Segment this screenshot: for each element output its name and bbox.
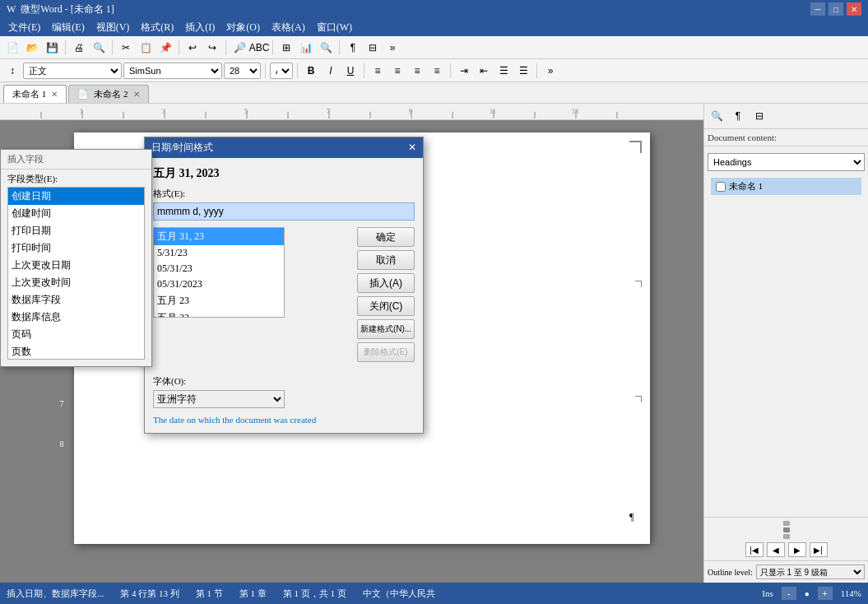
menu-object[interactable]: 对象(O): [221, 19, 265, 36]
zoom-in-btn[interactable]: +: [818, 587, 833, 600]
date-item-2[interactable]: 05/31/23: [154, 261, 284, 276]
tab-1-close[interactable]: ✕: [51, 90, 58, 99]
redo-button[interactable]: ↪: [203, 39, 221, 57]
rp-nav-btn[interactable]: ⊟: [750, 107, 768, 125]
date-item-1[interactable]: 5/31/23: [154, 245, 284, 261]
align-right-btn[interactable]: ≡: [408, 62, 426, 80]
date-item-5[interactable]: 五月 23: [154, 309, 284, 318]
outline-select[interactable]: 只显示 1 至 9 级箱: [756, 565, 865, 579]
pilcrow-btn[interactable]: ¶: [344, 39, 362, 57]
confirm-button[interactable]: 确定: [357, 227, 415, 247]
save-button[interactable]: 💾: [43, 39, 61, 57]
more-btn[interactable]: »: [383, 39, 402, 57]
field-item-7[interactable]: 数据库信息: [8, 309, 144, 326]
style-arrow-btn[interactable]: ↕: [3, 62, 21, 80]
nav-prev-btn[interactable]: ◀: [767, 542, 785, 557]
spell-button[interactable]: ABC: [250, 39, 268, 57]
paste-button[interactable]: 📌: [156, 39, 174, 57]
rp-search-btn[interactable]: 🔍: [708, 107, 726, 125]
tab-2[interactable]: 📄 未命名 2 ✕: [68, 85, 148, 103]
menu-format[interactable]: 格式(R): [136, 19, 179, 36]
field-item-0[interactable]: 创建日期: [8, 188, 144, 205]
date-list[interactable]: 五月 31, 23 5/31/23 05/31/23 05/31/2023 五月…: [153, 227, 285, 318]
undo-button[interactable]: ↩: [183, 39, 202, 57]
rp-settings-btn[interactable]: ¶: [729, 107, 747, 125]
menu-window[interactable]: 窗口(W): [312, 19, 357, 36]
find-button[interactable]: 🔎: [230, 39, 248, 57]
copy-button[interactable]: 📋: [137, 39, 155, 57]
headings-item[interactable]: 未命名 1: [711, 178, 861, 195]
dialog-close-btn[interactable]: ✕: [408, 142, 416, 154]
zoom-btn[interactable]: 🔍: [317, 39, 335, 57]
numlist-btn[interactable]: ☰: [514, 62, 532, 80]
dialog-buttons: 确定 取消 插入(A) 关闭(C) 新建格式(N)... 删除格式(E): [357, 227, 415, 362]
date-item-4[interactable]: 五月 23: [154, 292, 284, 309]
indent-btn[interactable]: ⇥: [455, 62, 473, 80]
field-item-4[interactable]: 上次更改日期: [8, 257, 144, 274]
outdent-btn[interactable]: ⇤: [475, 62, 493, 80]
menu-table[interactable]: 表格(A): [267, 19, 310, 36]
field-item-8[interactable]: 页码: [8, 326, 144, 343]
status-right: Ins - ● + 114%: [762, 587, 861, 600]
bold-button[interactable]: B: [302, 62, 320, 80]
chart-btn[interactable]: 📊: [297, 39, 315, 57]
tab-2-close[interactable]: ✕: [133, 90, 140, 99]
font-select[interactable]: SimSun: [123, 63, 222, 79]
field-type-list[interactable]: 创建日期 创建时间 打印日期 打印时间 上次更改日期 上次更改时间 数据库字段 …: [7, 187, 145, 360]
field-item-1[interactable]: 创建时间: [8, 205, 144, 222]
menu-file[interactable]: 文件(E): [3, 19, 45, 36]
italic-button[interactable]: I: [322, 62, 340, 80]
insert-button[interactable]: 插入(A): [357, 273, 415, 293]
align-justify-btn[interactable]: ≡: [428, 62, 446, 80]
nav-next-btn[interactable]: ▶: [788, 542, 806, 557]
print-button[interactable]: 🖨: [70, 39, 88, 57]
table-btn[interactable]: ⊞: [277, 39, 295, 57]
headings-checkbox[interactable]: [716, 182, 726, 192]
menu-view[interactable]: 视图(V): [91, 19, 135, 36]
headings-dropdown[interactable]: Headings: [708, 153, 865, 171]
maximize-button[interactable]: □: [829, 2, 843, 16]
open-button[interactable]: 📂: [23, 39, 41, 57]
list-btn[interactable]: ☰: [494, 62, 513, 80]
cancel-button[interactable]: 取消: [357, 250, 415, 270]
menu-insert[interactable]: 插入(I): [180, 19, 220, 36]
status-section: 第 1 节: [196, 588, 223, 600]
tab-1[interactable]: 未命名 1 ✕: [3, 85, 67, 103]
nav-first-btn[interactable]: |◀: [745, 542, 764, 557]
align-center-btn[interactable]: ≡: [388, 62, 406, 80]
field-item-9[interactable]: 页数: [8, 343, 144, 360]
date-item-3[interactable]: 05/31/2023: [154, 276, 284, 292]
field-item-2[interactable]: 打印日期: [8, 222, 144, 239]
print-preview-button[interactable]: 🔍: [90, 39, 108, 57]
app-icon: W: [7, 3, 16, 16]
style-select[interactable]: 正文: [23, 63, 122, 79]
size-select[interactable]: 28: [224, 63, 261, 79]
sep11: [536, 63, 537, 78]
more-btn2[interactable]: »: [541, 62, 559, 80]
new-button[interactable]: 📄: [3, 39, 21, 57]
nav-arrows: |◀ ◀ ▶ ▶|: [745, 542, 828, 557]
delete-format-button[interactable]: 删除格式(E): [357, 342, 415, 362]
zoom-out-btn[interactable]: -: [782, 587, 796, 600]
field-item-6[interactable]: 数据库字段: [8, 291, 144, 309]
field-item-3[interactable]: 打印时间: [8, 239, 144, 257]
align-left-btn[interactable]: ≡: [369, 62, 387, 80]
close-dialog-button[interactable]: 关闭(C): [357, 296, 415, 316]
color-select[interactable]: A: [270, 63, 293, 79]
close-button[interactable]: ✕: [847, 2, 861, 16]
minimize-button[interactable]: ─: [810, 2, 825, 16]
nav-last-btn[interactable]: ▶|: [810, 542, 828, 557]
status-pos: 第 4 行第 13 列: [120, 588, 179, 600]
format-btn[interactable]: ⊟: [364, 39, 382, 57]
field-item-5[interactable]: 上次更改时间: [8, 274, 144, 291]
headings-item-label: 未命名 1: [729, 180, 763, 193]
date-item-0[interactable]: 五月 31, 23: [154, 228, 284, 245]
title-bar: W 微型Word - [未命名 1] ─ □ ✕: [0, 0, 868, 18]
char-select[interactable]: 亚洲字符: [153, 390, 285, 408]
underline-button[interactable]: U: [341, 62, 360, 80]
format-input[interactable]: [153, 202, 415, 221]
new-format-button[interactable]: 新建格式(N)...: [357, 319, 415, 339]
menu-edit[interactable]: 编辑(E): [47, 19, 89, 36]
main-area: 1 3 5 7 9 11 13 12345678 莲花莲叶柳塘西， 竹篱冠 插: [0, 104, 868, 583]
cut-button[interactable]: ✂: [117, 39, 135, 57]
